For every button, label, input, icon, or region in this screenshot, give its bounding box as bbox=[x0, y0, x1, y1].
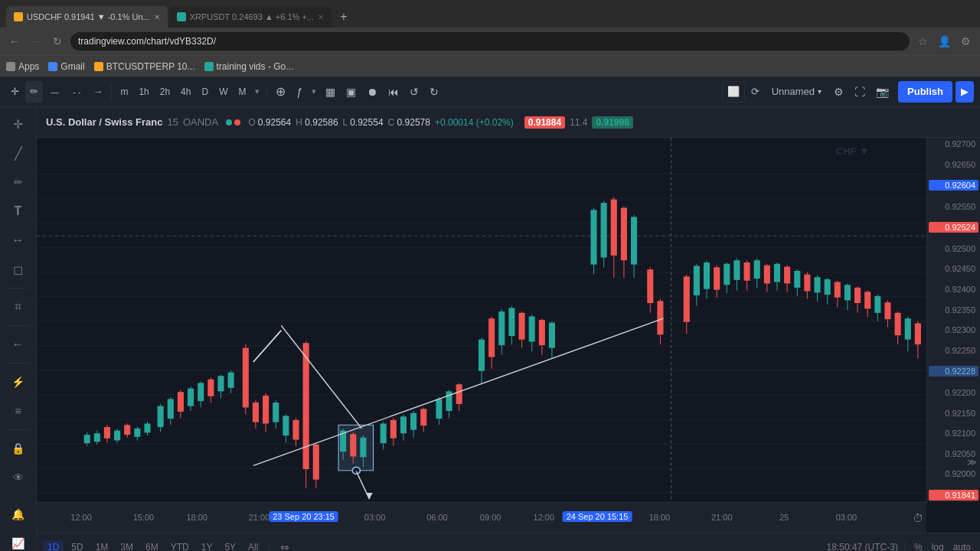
profile-button[interactable]: 👤 bbox=[936, 33, 952, 50]
time-label-0600: 06:00 bbox=[426, 513, 448, 522]
url-bar[interactable]: tradingview.com/chart/vdYB332D/ bbox=[70, 32, 910, 51]
price-label-92250: 0.92250 bbox=[927, 346, 980, 355]
apps-button[interactable]: Apps bbox=[6, 61, 39, 72]
tf-dropdown[interactable]: ▾ bbox=[252, 81, 263, 103]
time-label-2100-2: 21:00 bbox=[711, 513, 733, 522]
sidebar-pen-icon[interactable]: ✏ bbox=[5, 168, 32, 196]
tf-1m-btn[interactable]: 1M bbox=[91, 540, 113, 552]
tf-6m-btn[interactable]: 6M bbox=[141, 540, 163, 552]
fullscreen-button[interactable]: ⛶ bbox=[850, 81, 870, 103]
tf-1h[interactable]: 1h bbox=[134, 81, 153, 103]
cursor-tool[interactable]: ✛ bbox=[6, 81, 24, 103]
price-box-2: 11.4 bbox=[570, 117, 587, 128]
screenshot-button[interactable]: 📷 bbox=[871, 81, 893, 103]
tf-1y-btn[interactable]: 1Y bbox=[197, 540, 217, 552]
publish-button[interactable]: Publish bbox=[898, 81, 952, 103]
layout-name-button[interactable]: Unnamed ▾ bbox=[766, 81, 828, 103]
square-layout[interactable]: ⬜ bbox=[722, 81, 745, 103]
back-button[interactable]: ← bbox=[6, 33, 23, 50]
sidebar-back-icon[interactable]: ← bbox=[5, 331, 32, 358]
arrow-tool[interactable]: → bbox=[88, 81, 107, 103]
btc-bookmark[interactable]: BTCUSDTPERP 10... bbox=[94, 61, 195, 72]
indicator-dots bbox=[226, 119, 240, 126]
svg-rect-55 bbox=[263, 396, 269, 424]
dashed-line-tool[interactable]: - - bbox=[67, 81, 87, 103]
tab-2-close[interactable]: ✕ bbox=[318, 13, 324, 21]
bookmark-star[interactable]: ☆ bbox=[914, 33, 931, 50]
svg-rect-163 bbox=[895, 313, 901, 335]
layout-sync-icon[interactable]: ⟳ bbox=[746, 81, 764, 103]
publish-arrow-button[interactable]: ▶ bbox=[956, 81, 974, 103]
range-select-icon[interactable]: ⇔ bbox=[276, 540, 294, 552]
tf-M[interactable]: M bbox=[234, 81, 250, 103]
time-label-1200-2: 12:00 bbox=[534, 513, 555, 522]
svg-rect-151 bbox=[835, 282, 841, 298]
svg-rect-29 bbox=[134, 429, 140, 437]
auto-btn[interactable]: auto bbox=[950, 540, 974, 552]
tab-1-close[interactable]: ✕ bbox=[154, 13, 160, 21]
sidebar-lock-icon[interactable]: 🔒 bbox=[5, 435, 32, 462]
prev-tool[interactable]: ⏮ bbox=[384, 81, 403, 103]
svg-rect-139 bbox=[774, 264, 780, 282]
pct-btn[interactable]: % bbox=[911, 540, 926, 552]
tf-m[interactable]: m bbox=[116, 81, 132, 103]
sidebar-indicators-icon[interactable]: ⚡ bbox=[5, 368, 32, 396]
sidebar-patterns-icon[interactable]: ⌗ bbox=[5, 293, 32, 321]
tab-1[interactable]: USDCHF 0.91941 ▼ -0.1% Un... ✕ bbox=[6, 6, 168, 28]
tf-w[interactable]: W bbox=[214, 81, 232, 103]
expand-scale-button[interactable]: ≫ bbox=[967, 457, 977, 468]
indicator-dropdown[interactable]: ▾ bbox=[309, 81, 319, 103]
sidebar-line-icon[interactable]: ╱ bbox=[5, 139, 32, 167]
tf-2h[interactable]: 2h bbox=[155, 81, 175, 103]
price-label-92150: 0.92150 bbox=[927, 409, 980, 418]
sidebar-templates-icon[interactable]: ≡ bbox=[5, 397, 32, 425]
replay-tool[interactable]: ⏺ bbox=[362, 81, 382, 103]
svg-rect-103 bbox=[539, 320, 545, 345]
refresh-button[interactable]: ↻ bbox=[49, 33, 66, 50]
extensions-button[interactable]: ⚙ bbox=[957, 33, 974, 50]
undo-tool[interactable]: ↺ bbox=[405, 81, 423, 103]
redo-tool[interactable]: ↻ bbox=[425, 81, 443, 103]
plus-tool[interactable]: ⊕ bbox=[271, 81, 290, 103]
tf-5y-btn[interactable]: 5Y bbox=[220, 540, 240, 552]
tf-1d-btn[interactable]: 1D bbox=[43, 540, 64, 552]
time-settings-button[interactable]: ⏱ bbox=[913, 512, 923, 524]
sidebar-measure-icon[interactable]: ↔ bbox=[5, 227, 32, 254]
forward-button[interactable]: → bbox=[28, 33, 44, 50]
clock-display: 18:50:47 (UTC-3) bbox=[827, 542, 898, 552]
ohlc-h: 0.92586 bbox=[305, 117, 338, 128]
ohlc-info: O 0.92564 H 0.92586 L 0.92554 C 0.92578 … bbox=[248, 117, 514, 128]
tab-2[interactable]: XRPUSDT 0.24693 ▲ +6.1% +... ✕ bbox=[169, 6, 332, 28]
gmail-bookmark[interactable]: Gmail bbox=[48, 61, 84, 72]
ohlc-c: 0.92578 bbox=[397, 117, 430, 128]
chart-canvas[interactable]: CHF ▼ bbox=[37, 138, 926, 502]
sidebar-alert-icon[interactable]: 🔔 bbox=[5, 500, 32, 528]
bar-chart-tool[interactable]: ▦ bbox=[321, 81, 340, 103]
tf-ytd-btn[interactable]: YTD bbox=[166, 540, 194, 552]
sidebar-crosshair-icon[interactable]: ✛ bbox=[5, 110, 32, 138]
sidebar-eye-icon[interactable]: 👁 bbox=[5, 464, 32, 491]
tf-3m-btn[interactable]: 3M bbox=[116, 540, 138, 552]
tf-all-btn[interactable]: All bbox=[243, 540, 263, 552]
price-label-92604: 0.92604 bbox=[929, 180, 978, 191]
sidebar-mini-chart-icon[interactable]: 📈 bbox=[5, 530, 32, 551]
svg-rect-149 bbox=[825, 279, 831, 295]
sidebar-shapes-icon[interactable]: ◻ bbox=[5, 256, 32, 283]
pen-tool[interactable]: ✏ bbox=[25, 81, 43, 103]
training-bookmark[interactable]: training vids - Go... bbox=[204, 61, 294, 72]
sidebar-text-icon[interactable]: T bbox=[5, 197, 32, 225]
line-tool[interactable]: — bbox=[44, 81, 65, 103]
price-label-92400: 0.92400 bbox=[927, 285, 980, 294]
svg-rect-147 bbox=[814, 277, 820, 292]
tf-5d-btn[interactable]: 5D bbox=[67, 540, 87, 552]
candle-tool[interactable]: ▣ bbox=[341, 81, 361, 103]
log-btn[interactable]: log bbox=[929, 540, 947, 552]
tf-d[interactable]: D bbox=[197, 81, 213, 103]
indicator-tool[interactable]: ƒ bbox=[292, 81, 307, 103]
time-label-1800-2: 18:00 bbox=[649, 513, 671, 522]
settings-button[interactable]: ⚙ bbox=[829, 81, 848, 103]
layout-name-chevron: ▾ bbox=[818, 87, 822, 96]
new-tab-button[interactable]: + bbox=[333, 6, 354, 28]
tf-4h[interactable]: 4h bbox=[176, 81, 195, 103]
svg-rect-133 bbox=[744, 262, 750, 281]
